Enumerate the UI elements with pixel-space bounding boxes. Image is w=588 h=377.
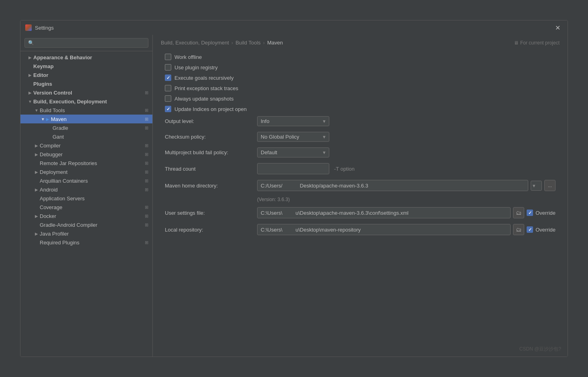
local-repo-browse-btn[interactable]: 🗂 xyxy=(513,224,524,235)
close-button[interactable]: ✕ xyxy=(553,23,563,32)
breadcrumb: Build, Execution, Deployment › Build Too… xyxy=(153,35,568,50)
sidebar-item-appearance[interactable]: Appearance & Behavior xyxy=(20,53,152,62)
checkbox-row-use_plugin_registry: Use plugin registry xyxy=(165,64,556,71)
checkbox-update_indices[interactable] xyxy=(165,106,171,112)
checkbox-label-always_update: Always update snapshots xyxy=(174,96,233,102)
app-icon xyxy=(25,24,32,31)
sidebar-item-badge-coverage xyxy=(144,204,149,210)
sidebar-item-app_servers[interactable]: Application Servers xyxy=(20,194,152,203)
multiproject-fail-row: Multiproject build fail policy: Default xyxy=(165,147,556,157)
maven-home-label: Maven home directory: xyxy=(165,183,257,189)
checkbox-work_offline[interactable] xyxy=(165,54,171,60)
checkbox-row-print_exception: Print exception stack traces xyxy=(165,85,556,91)
sidebar-item-remote_jar[interactable]: Remote Jar Repositories xyxy=(20,159,152,167)
user-settings-browse-btn[interactable]: 🗂 xyxy=(513,207,524,218)
sidebar-item-maven[interactable]: ▶Maven xyxy=(20,115,152,123)
local-repo-control: 🗂 Override xyxy=(257,224,556,235)
user-settings-override-checkbox[interactable] xyxy=(527,210,533,216)
maven-home-row: Maven home directory: ... xyxy=(165,180,556,191)
maven-home-dropdown-btn[interactable] xyxy=(531,181,542,191)
sidebar-item-label-build_exec: Build, Execution, Deployment xyxy=(33,99,149,105)
user-settings-label: User settings file: xyxy=(165,210,257,216)
local-repo-label: Local repository: xyxy=(165,227,257,233)
local-repo-input[interactable] xyxy=(257,224,511,235)
output-level-label: Output level: xyxy=(165,118,257,124)
sidebar-item-editor[interactable]: Editor xyxy=(20,71,152,79)
checkbox-print_exception[interactable] xyxy=(165,85,171,91)
sidebar-item-badge-gradle_android xyxy=(144,222,149,228)
breadcrumb-sep1: › xyxy=(231,40,233,46)
sidebar-item-badge-gradle xyxy=(144,125,149,131)
sidebar-item-docker[interactable]: Docker xyxy=(20,212,152,220)
dropdown-arrow-icon3 xyxy=(323,149,326,155)
title-bar: Settings ✕ xyxy=(20,20,568,35)
checkbox-label-use_plugin_registry: Use plugin registry xyxy=(174,65,218,71)
multiproject-fail-value: Default xyxy=(261,149,277,155)
sidebar-item-android[interactable]: Android xyxy=(20,185,152,194)
sidebar-item-plugins[interactable]: Plugins xyxy=(20,79,152,88)
sidebar-item-compiler[interactable]: Compiler xyxy=(20,141,152,150)
checkbox-always_update[interactable] xyxy=(165,95,171,102)
checkbox-use_plugin_registry[interactable] xyxy=(165,64,171,71)
checksum-policy-dropdown[interactable]: No Global Policy xyxy=(257,132,329,142)
sidebar-item-label-gradle_android: Gradle-Android Compiler xyxy=(40,222,142,228)
sidebar-item-gradle_android[interactable]: Gradle-Android Compiler xyxy=(20,220,152,229)
sidebar-item-label-arquillian: Arquillian Containers xyxy=(40,178,142,184)
breadcrumb-sep2: › xyxy=(263,40,265,46)
breadcrumb-part3: Maven xyxy=(267,40,283,46)
search-input[interactable] xyxy=(24,38,148,48)
sidebar-item-build_exec[interactable]: Build, Execution, Deployment xyxy=(20,97,152,106)
sidebar-item-badge-deployment xyxy=(144,169,149,175)
user-settings-control: 🗂 Override xyxy=(257,207,556,218)
sidebar-item-gant[interactable]: Gant xyxy=(20,132,152,141)
local-repo-override-checkbox[interactable] xyxy=(527,226,533,233)
sidebar-item-deployment[interactable]: Deployment xyxy=(20,167,152,176)
output-level-dropdown[interactable]: Info xyxy=(257,116,329,126)
sidebar-item-build_tools[interactable]: Build Tools xyxy=(20,106,152,115)
sidebar-item-label-appearance: Appearance & Behavior xyxy=(33,54,149,60)
sidebar-item-debugger[interactable]: Debugger xyxy=(20,150,152,159)
sidebar-item-label-required_plugins: Required Plugins xyxy=(40,240,142,246)
sidebar-item-label-build_tools: Build Tools xyxy=(40,107,142,113)
checkbox-label-update_indices: Update Indices on project open xyxy=(174,106,247,112)
thread-count-input[interactable] xyxy=(257,163,329,174)
maven-home-browse-btn[interactable]: ... xyxy=(544,180,556,191)
checksum-policy-row: Checksum policy: No Global Policy xyxy=(165,132,556,142)
sidebar-item-badge-compiler xyxy=(144,143,149,148)
sidebar-item-badge-docker xyxy=(144,213,149,219)
checkbox-label-work_offline: Work offline xyxy=(174,54,202,60)
breadcrumb-part1: Build, Execution, Deployment xyxy=(161,40,229,46)
sidebar-item-gradle[interactable]: Gradle xyxy=(20,123,152,132)
local-repo-override: Override xyxy=(527,226,556,233)
sidebar-item-required_plugins[interactable]: Required Plugins xyxy=(20,238,152,247)
maven-home-input[interactable] xyxy=(257,180,528,191)
local-repo-override-label: Override xyxy=(535,227,556,233)
dropdown-arrow-icon xyxy=(323,118,326,124)
checkbox-row-execute_goals: Execute goals recursively xyxy=(165,75,556,81)
sidebar-item-label-remote_jar: Remote Jar Repositories xyxy=(40,160,142,166)
window-title: Settings xyxy=(35,25,553,31)
maven-play-icon: ▶ xyxy=(46,117,49,121)
checkbox-row-always_update: Always update snapshots xyxy=(165,95,556,102)
sidebar-item-label-editor: Editor xyxy=(33,72,149,78)
checkbox-row-update_indices: Update Indices on project open xyxy=(165,106,556,112)
checksum-policy-value: No Global Policy xyxy=(261,134,299,140)
user-settings-input[interactable] xyxy=(257,207,511,218)
sidebar-item-label-gant: Gant xyxy=(53,134,149,140)
sidebar-item-label-app_servers: Application Servers xyxy=(40,196,149,202)
sidebar-item-java_profiler[interactable]: Java Profiler xyxy=(20,229,152,238)
output-level-value: Info xyxy=(261,118,270,124)
sidebar-item-keymap[interactable]: Keymap xyxy=(20,62,152,71)
checkbox-execute_goals[interactable] xyxy=(165,75,171,81)
sidebar-item-arquillian[interactable]: Arquillian Containers xyxy=(20,176,152,185)
sidebar-item-version_control[interactable]: Version Control xyxy=(20,88,152,97)
checksum-policy-label: Checksum policy: xyxy=(165,134,257,140)
maven-home-control: ... xyxy=(257,180,556,191)
multiproject-fail-dropdown[interactable]: Default xyxy=(257,147,329,157)
dropdown-arrow-icon2 xyxy=(323,134,326,140)
main-layout: Appearance & BehaviorKeymapEditorPlugins… xyxy=(20,35,568,357)
output-level-row: Output level: Info xyxy=(165,116,556,126)
sidebar-item-label-gradle: Gradle xyxy=(53,125,142,131)
sidebar-item-label-maven: Maven xyxy=(51,116,142,122)
sidebar-item-coverage[interactable]: Coverage xyxy=(20,203,152,212)
